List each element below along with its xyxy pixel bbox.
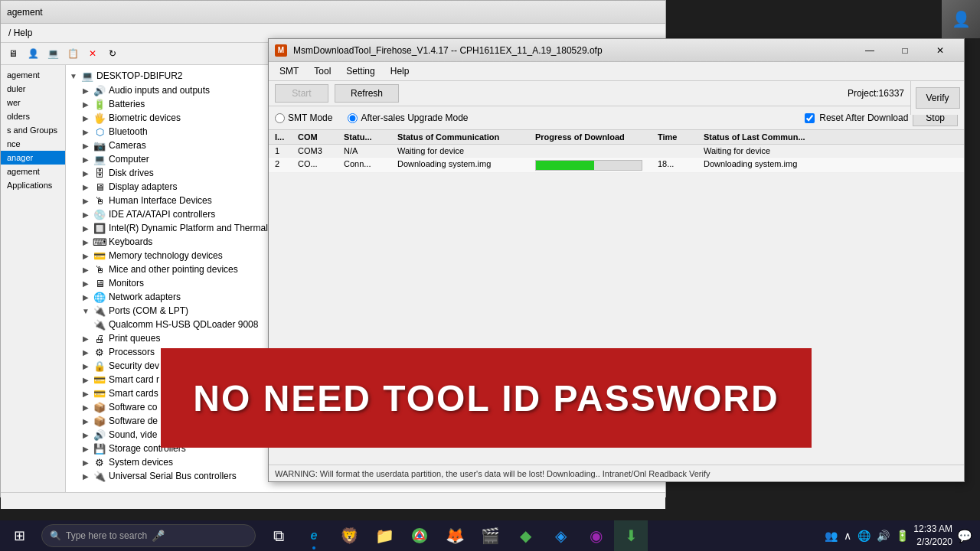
taskbar-brave[interactable]: 🦁 — [332, 520, 366, 551]
msm-menu-tool[interactable]: Tool — [306, 64, 338, 79]
after-sales-mode-group: After-sales Upgrade Mode — [348, 112, 468, 123]
tray-network[interactable]: 🌐 — [856, 528, 872, 543]
root-label: DESKTOP-DBIFUR2 — [96, 70, 182, 81]
root-expand: ▼ — [69, 71, 78, 80]
msm-menu-help[interactable]: Help — [383, 64, 417, 79]
dm-toolbar-refresh[interactable]: ↻ — [103, 44, 122, 63]
row1-index: 1 — [275, 146, 298, 155]
taskbar-media[interactable]: 🎬 — [473, 520, 507, 551]
taskbar-edge[interactable]: e — [297, 520, 331, 551]
msm-status-text: WARNING: Will format the userdata partit… — [275, 469, 710, 478]
taskbar-time-display: 12:33 AM — [913, 523, 952, 536]
col-index: I... — [275, 132, 298, 142]
taskbar-date-display: 2/3/2020 — [913, 536, 952, 549]
red-banner: NO NEED TOOL ID PASSWORD — [161, 348, 812, 448]
after-sales-mode-label: After-sales Upgrade Mode — [361, 112, 468, 123]
progress-bar-fill — [536, 161, 594, 170]
reset-after-download-checkbox[interactable] — [805, 113, 815, 123]
row2-comm: Downloading system.img — [397, 159, 535, 171]
smt-mode-label: SMT Mode — [288, 112, 332, 123]
refresh-button[interactable]: Refresh — [335, 84, 399, 103]
start-menu-button[interactable]: ⊞ — [0, 520, 38, 551]
start-button[interactable]: Start — [275, 84, 328, 103]
sidebar-item-groups[interactable]: s and Groups — [1, 123, 65, 137]
smt-mode-radio[interactable] — [275, 113, 285, 123]
verify-panel: Verify — [910, 81, 964, 115]
minimize-button[interactable]: — — [852, 39, 887, 62]
sidebar-item-duler[interactable]: duler — [1, 82, 65, 96]
search-icon: 🔍 — [50, 530, 61, 541]
taskbar-firefox[interactable]: 🦊 — [438, 520, 472, 551]
row2-status: Conn... — [344, 159, 397, 171]
sidebar-item-wer[interactable]: wer — [1, 96, 65, 109]
row2-time: 18... — [658, 159, 704, 171]
mic-icon: 🎤 — [152, 530, 165, 542]
table-row-1: 1 COM3 N/A Waiting for device Waiting fo… — [269, 145, 964, 158]
notification-icon[interactable]: 💬 — [956, 527, 974, 545]
msm-window-controls: — □ ✕ — [852, 39, 958, 62]
device-manager-statusbar — [1, 492, 665, 509]
verify-button[interactable]: Verify — [916, 87, 960, 109]
search-placeholder: Type here to search — [66, 530, 147, 541]
tray-people[interactable]: 👥 — [823, 528, 839, 543]
taskbar-blue-app[interactable]: ◈ — [544, 520, 577, 551]
row2-last: Downloading system.img — [704, 159, 857, 171]
col-com: COM — [298, 132, 344, 142]
taskbar-clock[interactable]: 12:33 AM 2/3/2020 — [913, 523, 952, 549]
row1-last: Waiting for device — [704, 146, 857, 155]
col-last-status: Status of Last Commun... — [704, 132, 857, 142]
taskbar-download[interactable]: ⬇ — [614, 520, 648, 551]
msm-modes-bar: SMT Mode After-sales Upgrade Mode Reset … — [269, 106, 964, 130]
progress-bar-container — [535, 160, 642, 171]
device-manager-titlebar: agement — [1, 1, 665, 24]
sidebar-item-agement2[interactable]: agement — [1, 165, 65, 178]
taskbar-chrome[interactable] — [403, 520, 436, 551]
avatar-image: 👤 — [942, 0, 980, 38]
tray-expand[interactable]: ∧ — [842, 528, 853, 543]
top-right-avatar: 👤 — [942, 0, 980, 38]
close-button[interactable]: ✕ — [923, 39, 958, 62]
taskbar-app2[interactable]: ◉ — [579, 520, 612, 551]
row1-status: N/A — [344, 146, 397, 155]
taskbar-green-app[interactable]: ◆ — [508, 520, 542, 551]
msm-menu: SMT Tool Setting Help — [269, 62, 964, 81]
dm-toolbar-delete[interactable]: ✕ — [83, 44, 102, 63]
table-row-2: 2 CO... Conn... Downloading system.img 1… — [269, 158, 964, 173]
after-sales-mode-radio[interactable] — [348, 113, 358, 123]
dm-toolbar-devices[interactable]: 💻 — [44, 44, 62, 63]
dm-toolbar-properties[interactable]: 📋 — [64, 44, 82, 63]
dm-toolbar-user[interactable]: 👤 — [24, 44, 42, 63]
row2-index: 2 — [275, 159, 298, 171]
msm-title-text: MsmDownloadTool_Firehose_V1.4.17 -- CPH1… — [293, 45, 846, 56]
computer-icon: 💻 — [81, 70, 93, 82]
sidebar-item-nce[interactable]: nce — [1, 137, 65, 151]
sidebar-item-anager[interactable]: anager — [1, 151, 65, 165]
taskbar-right: 👥 ∧ 🌐 🔊 🔋 12:33 AM 2/3/2020 💬 — [817, 523, 980, 549]
tray-speaker[interactable]: 🔊 — [875, 528, 891, 543]
sidebar-item-olders[interactable]: olders — [1, 109, 65, 123]
sidebar-item-applications[interactable]: Applications — [1, 178, 65, 192]
device-manager-sidebar: agement duler wer olders s and Groups nc… — [1, 65, 66, 492]
taskbar-files[interactable]: 📁 — [368, 520, 401, 551]
tray-battery[interactable]: 🔋 — [894, 528, 910, 543]
maximize-button[interactable]: □ — [887, 39, 923, 62]
col-status: Statu... — [344, 132, 397, 142]
taskbar-task-view[interactable]: ⧉ — [262, 520, 296, 551]
msm-menu-setting[interactable]: Setting — [338, 64, 382, 79]
msm-titlebar: M MsmDownloadTool_Firehose_V1.4.17 -- CP… — [269, 39, 964, 62]
taskbar-search-box[interactable]: 🔍 Type here to search 🎤 — [41, 524, 256, 547]
msm-table-header: I... COM Statu... Status of Communicatio… — [269, 130, 964, 145]
col-progress: Progress of Download — [535, 132, 658, 142]
sidebar-item-agement[interactable]: agement — [1, 68, 65, 82]
taskbar-tray-icons: 👥 ∧ 🌐 🔊 🔋 — [823, 528, 910, 543]
dm-menu-help[interactable]: / Help — [4, 26, 37, 40]
row2-com: CO... — [298, 159, 344, 171]
msm-menu-smt[interactable]: SMT — [272, 64, 306, 79]
row2-progress — [535, 159, 658, 171]
dm-toolbar-computer[interactable]: 🖥 — [4, 44, 22, 63]
col-time: Time — [658, 132, 704, 142]
dm-title: agement — [7, 7, 43, 18]
row1-com: COM3 — [298, 146, 344, 155]
project-label: Project:16337 — [848, 88, 904, 99]
reset-after-download-label: Reset After Download — [819, 112, 908, 123]
